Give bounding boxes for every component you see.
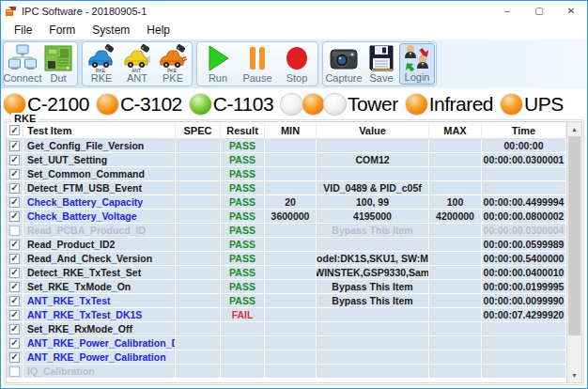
row-checkbox-cell: ✓ <box>7 350 23 364</box>
row-checkbox[interactable] <box>9 226 20 236</box>
table-row[interactable]: ✓ANT_RKE_Power_Calibration_DK1S <box>7 336 566 350</box>
row-checkbox[interactable]: ✓ <box>9 352 20 363</box>
min-value <box>265 252 317 265</box>
row-checkbox[interactable] <box>9 366 20 377</box>
close-button[interactable]: ✕ <box>555 1 587 21</box>
time-value: 00:00:00.0400010 <box>482 266 566 279</box>
table-row[interactable]: ✓Set_RKE_TxMode_OnPASSBypass This Item00… <box>7 280 566 294</box>
row-checkbox[interactable]: ✓ <box>9 254 20 264</box>
green-light-icon <box>189 93 212 116</box>
save-button[interactable]: Save <box>364 43 399 85</box>
row-checkbox[interactable]: ✓ <box>9 169 20 179</box>
group-box-label: RKE <box>11 113 39 124</box>
window-title: IPC Software - 20180905-1 <box>22 6 147 17</box>
header-spec[interactable]: SPEC <box>176 122 221 138</box>
min-value <box>265 365 317 378</box>
test-item-name: Set_RKE_TxMode_On <box>23 280 176 293</box>
connect-button[interactable]: Connect <box>5 43 40 85</box>
menu-form[interactable]: Form <box>41 22 83 39</box>
table-row[interactable]: ✓ANT_RKE_TxTest_DK1SFAIL00:00:07.4299920 <box>7 308 566 322</box>
capture-button[interactable]: Capture <box>324 43 364 85</box>
row-checkbox[interactable]: ✓ <box>9 197 20 208</box>
max-value <box>429 350 482 364</box>
status-label: Infrared <box>429 93 493 116</box>
table-row[interactable]: ✓Detect_RKE_TxTest_SetPASSGWINSTEK,GSP93… <box>7 266 566 280</box>
rke-button[interactable]: RKE RKE <box>84 43 119 85</box>
pke-button[interactable]: PKE PKE <box>155 43 191 85</box>
row-checkbox[interactable]: ✓ <box>9 296 20 306</box>
scrollbar-thumb[interactable] <box>568 136 580 335</box>
table-row[interactable]: ✓Read_Product_ID2PASS00:00:00.0599989 <box>7 238 566 252</box>
row-checkbox[interactable]: ✓ <box>9 240 20 250</box>
time-value: 00:00:00.5400000 <box>482 252 566 265</box>
row-checkbox[interactable]: ✓ <box>9 183 20 194</box>
time-value: 00:00:07.4299920 <box>482 308 566 321</box>
table-row[interactable]: IQ_Calibration <box>7 365 566 379</box>
result-value <box>221 365 265 378</box>
scroll-up-icon[interactable]: ▲ <box>567 122 581 136</box>
row-checkbox[interactable]: ✓ <box>9 211 20 222</box>
menu-help[interactable]: Help <box>139 22 178 39</box>
row-checkbox[interactable]: ✓ <box>9 141 20 151</box>
pause-button-label: Pause <box>242 72 271 84</box>
row-checkbox[interactable]: ✓ <box>9 324 20 335</box>
measured-value <box>317 139 429 152</box>
menu-file[interactable]: File <box>7 22 39 39</box>
result-value <box>221 350 265 364</box>
header-value[interactable]: Value <box>317 122 429 138</box>
header-result[interactable]: Result <box>221 122 265 138</box>
test-item-name: Set_Common_Command <box>23 167 176 180</box>
header-select-all[interactable]: ✓ <box>7 122 23 138</box>
time-value: 00:00:00.0300001 <box>482 153 566 166</box>
login-button[interactable]: Login <box>399 43 435 85</box>
header-time[interactable]: Time <box>482 122 566 138</box>
min-value <box>265 350 317 364</box>
measured-value <box>317 167 429 180</box>
header-max[interactable]: MAX <box>429 122 482 138</box>
status-label: C-1103 <box>213 93 273 116</box>
row-checkbox[interactable]: ✓ <box>9 268 20 278</box>
table-row[interactable]: ✓ANT_RKE_Power_Calibration <box>7 350 566 365</box>
row-checkbox[interactable]: ✓ <box>9 155 20 165</box>
table-row[interactable]: ✓Check_Battery_VoltagePASS36000004195000… <box>7 210 566 224</box>
table-row[interactable]: ✓Read_And_Check_VersionPASSModel:DK1S,SK… <box>7 252 566 266</box>
row-checkbox-cell: ✓ <box>7 252 23 265</box>
row-checkbox-cell: ✓ <box>7 308 23 321</box>
time-value <box>482 181 566 194</box>
status-item-c-2100: C-2100 <box>3 93 89 116</box>
dut-button[interactable]: Dut <box>40 43 76 85</box>
header-test-item[interactable]: Test Item <box>23 122 176 138</box>
measured-value: Bypass This Item <box>317 280 429 293</box>
scroll-down-icon[interactable]: ▼ <box>567 368 581 382</box>
row-checkbox[interactable]: ✓ <box>9 310 20 320</box>
time-value <box>482 365 566 378</box>
minimize-button[interactable]: – <box>491 1 523 21</box>
maximize-button[interactable]: ▢ <box>523 1 555 21</box>
table-row[interactable]: ✓Get_Config_File_VersionPASS00:00:00 <box>7 139 566 153</box>
ant-button[interactable]: ANT ANT <box>119 43 155 85</box>
scrollbar-track[interactable] <box>567 335 581 368</box>
table-row[interactable]: ✓Check_Battery_CapacityPASS20100, 991000… <box>7 195 566 210</box>
table-row[interactable]: ✓Set_UUT_SettingPASSCOM1200:00:00.030000… <box>7 153 566 167</box>
row-checkbox-cell: ✓ <box>7 181 23 194</box>
row-checkbox[interactable]: ✓ <box>9 282 20 292</box>
row-checkbox[interactable]: ✓ <box>9 338 20 349</box>
header-min[interactable]: MIN <box>265 122 317 138</box>
table-row[interactable]: Read_PCBA_Producd_IDPASSBypass This Item… <box>7 224 566 238</box>
menu-system[interactable]: System <box>85 22 137 39</box>
stop-button[interactable]: Stop <box>277 43 317 85</box>
toolbar-group-test-modes: RKE RKE ANT <box>82 41 193 86</box>
table-row[interactable]: ✓Set_RKE_RxMode_Off <box>7 322 566 336</box>
table-body: ✓Get_Config_File_VersionPASS00:00:00✓Set… <box>7 139 566 379</box>
time-value: 00:00:00.0099990 <box>482 294 566 307</box>
table-header-row: ✓ Test Item SPEC Result MIN Value MAX Ti… <box>7 122 566 139</box>
run-button[interactable]: Run <box>198 43 238 85</box>
status-indicator-row: C-2100C-3102C-1103TowerInfraredUPS <box>1 88 587 119</box>
vertical-scrollbar[interactable]: ▲ ▼ <box>566 121 582 383</box>
car-blue-keyfob-icon: RKE <box>87 43 116 72</box>
table-row[interactable]: ✓Set_Common_CommandPASS <box>7 167 566 181</box>
table-row[interactable]: ✓Detect_FTM_USB_EventPASSVID_0489 & PID_… <box>7 181 566 195</box>
select-all-checkbox[interactable]: ✓ <box>9 125 20 135</box>
table-row[interactable]: ✓ANT_RKE_TxTestPASSBypass This Item00:00… <box>7 294 566 308</box>
pause-button[interactable]: Pause <box>238 43 277 85</box>
